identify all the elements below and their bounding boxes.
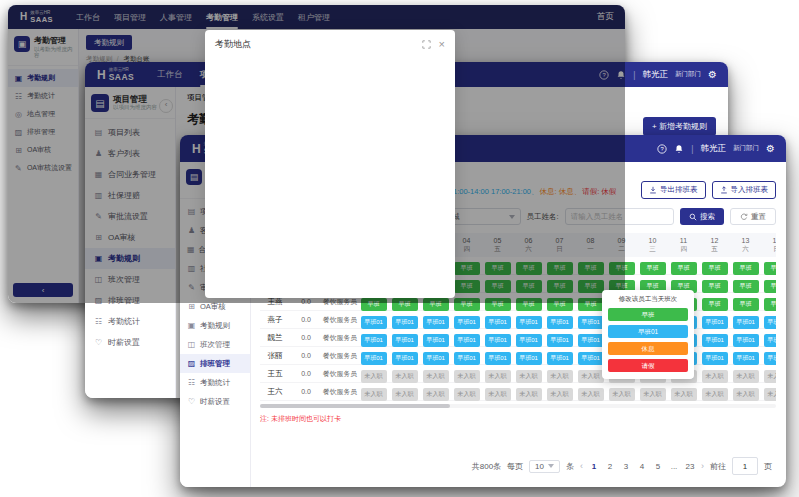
maximize-icon[interactable] bbox=[422, 40, 431, 49]
shift-cell: 早班01 bbox=[761, 328, 776, 347]
shift-cell: 早班 bbox=[730, 292, 761, 311]
next-page-button[interactable]: › bbox=[701, 461, 704, 471]
shift-badge[interactable]: 未入职 bbox=[640, 388, 666, 401]
shift-option-button[interactable]: 早班 bbox=[608, 308, 688, 321]
shift-cell: 早班 bbox=[699, 292, 730, 311]
shift-badge[interactable]: 未入职 bbox=[547, 388, 573, 401]
sidebar-item-label: 时薪设置 bbox=[200, 397, 230, 407]
sidebar-item-icon: ♡ bbox=[187, 397, 196, 406]
sidebar-item-icon: ⊞ bbox=[187, 302, 196, 311]
goto-page-input[interactable] bbox=[732, 457, 758, 475]
per-page-unit: 条 bbox=[566, 461, 574, 472]
post-name: 餐饮服务员 bbox=[322, 351, 358, 361]
shift-cell: 早班01 bbox=[451, 328, 482, 347]
shift-badge[interactable]: 未入职 bbox=[516, 388, 542, 401]
gear-icon[interactable]: ⚙ bbox=[766, 144, 775, 154]
shift-badge[interactable]: 未入职 bbox=[733, 388, 759, 401]
user-department: 新门部门 bbox=[733, 144, 759, 153]
export-schedule-button[interactable]: 导出排班表 bbox=[641, 181, 706, 199]
day-weekday: 三 bbox=[637, 245, 668, 253]
user-name[interactable]: 韩光正 bbox=[643, 69, 669, 81]
day-column-header: 10三 bbox=[637, 237, 668, 253]
shift-option-button[interactable]: 请假 bbox=[608, 359, 688, 372]
import-schedule-button[interactable]: 导入排班表 bbox=[712, 181, 777, 199]
shift-cell: 早班01 bbox=[699, 328, 730, 347]
page-number[interactable]: 23 bbox=[685, 462, 695, 471]
shift-cell: 未入职 bbox=[730, 382, 761, 401]
shift-badge[interactable]: 未入职 bbox=[361, 388, 387, 401]
shift-badge[interactable]: 未入职 bbox=[392, 388, 418, 401]
bell-icon[interactable] bbox=[674, 144, 684, 154]
shift-badge[interactable]: 未入职 bbox=[702, 388, 728, 401]
prev-page-button[interactable]: ‹ bbox=[580, 461, 583, 471]
shift-option-button[interactable]: 早班01 bbox=[608, 325, 688, 338]
shift-cell: 早班01 bbox=[389, 328, 420, 347]
shift-badge[interactable]: 未入职 bbox=[578, 388, 604, 401]
shift-cell: 早班01 bbox=[389, 346, 420, 365]
page-number[interactable]: 4 bbox=[637, 462, 647, 471]
sidebar-item-label: 考勤统计 bbox=[200, 378, 230, 388]
shift-cell: 未入职 bbox=[761, 364, 776, 383]
day-number: 11 bbox=[668, 237, 699, 245]
sidebar-item[interactable]: ▨排班管理 bbox=[180, 354, 250, 373]
shift-cell: 早班01 bbox=[699, 310, 730, 329]
shift-badge[interactable]: 未入职 bbox=[485, 388, 511, 401]
sidebar-item[interactable]: ◫班次管理 bbox=[180, 335, 250, 354]
shift-cell: 早班01 bbox=[730, 346, 761, 365]
sidebar-item-icon: ▣ bbox=[187, 321, 196, 330]
shift-cell: 早班01 bbox=[358, 346, 389, 365]
page-number[interactable]: 1 bbox=[589, 462, 599, 471]
shift-cell: 早班 bbox=[761, 292, 776, 311]
sidebar-item[interactable]: ☷考勤统计 bbox=[180, 373, 250, 392]
shift-cell: 早班01 bbox=[482, 328, 513, 347]
page-number[interactable]: 3 bbox=[621, 462, 631, 471]
shift-badge[interactable]: 未入职 bbox=[671, 388, 697, 401]
shift-cell: 未入职 bbox=[389, 364, 420, 383]
shift-cell: 未入职 bbox=[761, 382, 776, 401]
sidebar-item[interactable]: ♡时薪设置 bbox=[85, 332, 175, 353]
help-icon[interactable]: ? bbox=[657, 144, 667, 154]
search-button[interactable]: 搜索 bbox=[680, 208, 724, 225]
day-column-header: 13六 bbox=[730, 237, 761, 253]
add-attendance-rule-button[interactable]: + 新增考勤规则 bbox=[643, 117, 716, 136]
per-page-select[interactable]: 10 bbox=[529, 460, 560, 473]
shift-cell: 未入职 bbox=[606, 382, 637, 401]
shift-badge[interactable]: 未入职 bbox=[423, 388, 449, 401]
horizontal-scrollbar bbox=[260, 404, 776, 408]
upload-icon bbox=[720, 186, 728, 194]
shift-cell: 未入职 bbox=[482, 382, 513, 401]
page-number[interactable]: 5 bbox=[653, 462, 663, 471]
day-weekday: 四 bbox=[668, 245, 699, 253]
user-name[interactable]: 韩光正 bbox=[701, 143, 727, 155]
shift-cell: 早班01 bbox=[451, 310, 482, 329]
shift-badge[interactable]: 未入职 bbox=[609, 388, 635, 401]
close-icon[interactable]: × bbox=[439, 39, 445, 50]
reset-button[interactable]: 重置 bbox=[730, 208, 776, 225]
shift-cell: 未入职 bbox=[420, 382, 451, 401]
scrollbar-thumb[interactable] bbox=[260, 404, 450, 408]
shift-option-button[interactable]: 休息 bbox=[608, 342, 688, 355]
shift-cell: 未入职 bbox=[668, 382, 699, 401]
shift-cell: 未入职 bbox=[358, 382, 389, 401]
employee-name: 王五 bbox=[260, 369, 290, 379]
shift-cell: 未入职 bbox=[513, 364, 544, 383]
shift-badge[interactable]: 未入职 bbox=[764, 388, 777, 401]
sidebar-item-label: 班次管理 bbox=[200, 340, 230, 350]
goto-label: 前往 bbox=[710, 461, 726, 472]
gear-icon[interactable]: ⚙ bbox=[708, 70, 717, 80]
shift-badge[interactable]: 未入职 bbox=[454, 388, 480, 401]
chevron-down-icon bbox=[548, 464, 554, 468]
sidebar-item[interactable]: ▣考勤规则 bbox=[180, 316, 250, 335]
scheduled-count: 0.0 bbox=[290, 352, 322, 359]
post-name: 餐饮服务员 bbox=[322, 333, 358, 343]
page-number[interactable]: 2 bbox=[605, 462, 615, 471]
day-column-header: 14日 bbox=[761, 237, 776, 253]
sidebar-item[interactable]: ♡时薪设置 bbox=[180, 392, 250, 411]
scheduled-count: 0.0 bbox=[290, 334, 322, 341]
shift-cell: 早班01 bbox=[389, 310, 420, 329]
sidebar-item[interactable]: ☷考勤统计 bbox=[85, 311, 175, 332]
employee-name: 靓兰 bbox=[260, 333, 290, 343]
user-department: 新门部门 bbox=[675, 70, 701, 79]
shift-cell: 早班 bbox=[699, 274, 730, 293]
day-column-header: 11四 bbox=[668, 237, 699, 253]
